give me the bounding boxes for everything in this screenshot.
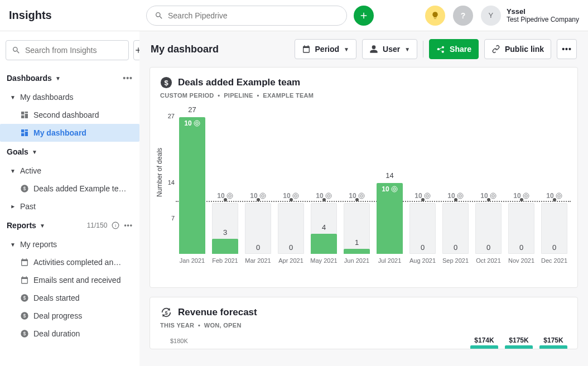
svg-text:$: $ [23,331,26,336]
bar-value: 0 [454,243,457,252]
bar-slot[interactable]: 10 1 [340,117,373,254]
bar-slot[interactable]: 10 0 [274,117,307,254]
sidebar-item-report[interactable]: Activities completed an… [0,253,139,271]
section-goals[interactable]: Goals ▼ [0,142,139,162]
y-tick: 14 [165,179,175,186]
user-name: Yssel [507,7,579,16]
bar-slot[interactable]: 10 27 [176,117,209,254]
user-company: Test Pipedrive Company [507,16,579,23]
bar [344,249,370,254]
share-icon [436,45,445,54]
bar-slot[interactable]: 10 0 [242,117,274,254]
more-button[interactable]: ••• [557,39,577,59]
rev-bar [539,345,567,349]
bar-value: 14 [385,171,393,180]
sidebar-group-my-reports[interactable]: ▼ My reports [0,235,139,253]
x-tick: Mar 2021 [242,257,274,264]
bar-slot[interactable]: 10 0 [472,117,505,254]
sidebar-item-report[interactable]: $Deals started [0,289,139,307]
sidebar-group-active[interactable]: ▼ Active [0,162,139,180]
bar-slot[interactable]: 10 0 [505,117,538,254]
user-dropdown[interactable]: User ▼ [362,39,417,59]
section-dashboards[interactable]: Dashboards ▼ ••• [0,68,139,88]
chevron-down-icon: ▼ [10,168,16,174]
share-button[interactable]: Share [429,39,479,59]
bar-slot[interactable]: 10 0 [439,117,472,254]
sidebar-group-my-dashboards[interactable]: ▼ My dashboards [0,88,139,106]
svg-text:i: i [115,223,117,228]
item-label: Deals started [33,293,79,302]
global-search-input[interactable] [168,11,339,20]
item-label: My dashboard [33,128,86,137]
help-button[interactable]: ? [453,6,473,26]
bar-slot[interactable]: 10 0 [538,117,571,254]
svg-point-47 [558,196,560,197]
bar-slot[interactable]: 10 3 [209,117,242,254]
svg-text:$: $ [164,79,168,87]
bar-value: 0 [256,243,260,252]
card-subtitle: CUSTOM PERIOD • PIPELINE • EXAMPLE TEAM [150,92,577,103]
sidebar-search[interactable] [6,40,129,60]
bar-value: 3 [223,228,227,237]
more-icon: ••• [562,45,572,54]
x-tick: Feb 2021 [209,257,242,264]
rev-label: $174K [470,336,498,344]
public-label: Public link [505,45,544,54]
svg-point-44 [526,196,527,197]
bar: 10 [179,117,205,254]
top-bar: Insights ? Y Yssel Test Pipedrive Compan… [0,0,588,31]
sidebar-group-past[interactable]: ▼ Past [0,198,139,215]
user-text: Yssel Test Pipedrive Company [507,7,579,24]
sidebar-search-input[interactable] [25,46,123,55]
sidebar-item-report[interactable]: $Deal progress [0,307,139,325]
question-icon: ? [461,11,466,20]
goal-badge: 10 [316,192,331,200]
user-menu[interactable]: Y Yssel Test Pipedrive Company [481,6,579,26]
section-reports[interactable]: Reports ▼ 11/150 i ••• [0,215,139,235]
section-menu-icon[interactable]: ••• [123,74,133,83]
svg-text:$: $ [23,313,26,319]
goal-badge: 10 [217,192,233,200]
divider [423,41,423,57]
goal-badge: 10 [184,119,200,127]
bulb-icon [431,11,440,20]
sidebar-item-my-dashboard[interactable]: My dashboard [0,124,139,142]
tips-button[interactable] [425,6,445,26]
item-label: Deals added Example te… [33,184,127,193]
add-button[interactable] [354,6,374,26]
info-icon[interactable]: i [112,221,119,229]
chevron-right-icon: ▼ [9,204,16,209]
x-tick: Sep 2021 [439,257,472,264]
public-link-button[interactable]: Public link [484,39,551,59]
item-label: Activities completed an… [33,258,121,267]
sidebar-item-second-dashboard[interactable]: Second dashboard [0,106,139,124]
bar-value: 4 [322,223,326,232]
x-tick: Oct 2021 [472,257,505,264]
group-label: My dashboards [20,93,74,102]
sidebar-item-report[interactable]: $Deal duration [0,325,139,343]
card-revenue-forecast: $ Revenue forecast THIS YEAR • WON, OPEN… [150,297,578,349]
item-label: Deal duration [33,329,80,338]
group-label: Active [20,166,41,175]
chevron-down-icon: ▼ [344,46,349,52]
bar: 10 [377,183,403,254]
svg-point-20 [262,196,263,197]
goal-badge: 10 [250,192,266,200]
bar-slot[interactable]: 10 4 [307,117,340,254]
x-tick: Jul 2021 [373,257,406,264]
svg-point-38 [460,196,461,197]
sidebar-item-report[interactable]: Emails sent and received [0,271,139,289]
sidebar-item-goal-deals-added[interactable]: $ Deals added Example te… [0,180,139,198]
card-deals-added: $ Deals added Example team CUSTOM PERIOD… [150,67,578,288]
dollar-icon: $ [160,76,172,89]
bar-slot[interactable]: 10 0 [406,117,439,254]
svg-point-26 [328,196,329,197]
period-dropdown[interactable]: Period ▼ [295,39,356,59]
section-menu-icon[interactable]: ••• [124,221,133,229]
plus-icon [359,11,369,21]
bar-value: 0 [552,243,556,252]
add-dashboard-button[interactable] [133,40,139,60]
bar-slot[interactable]: 10 14 [373,117,406,254]
global-search[interactable] [146,6,347,26]
goal-badge: 10 [447,192,463,200]
